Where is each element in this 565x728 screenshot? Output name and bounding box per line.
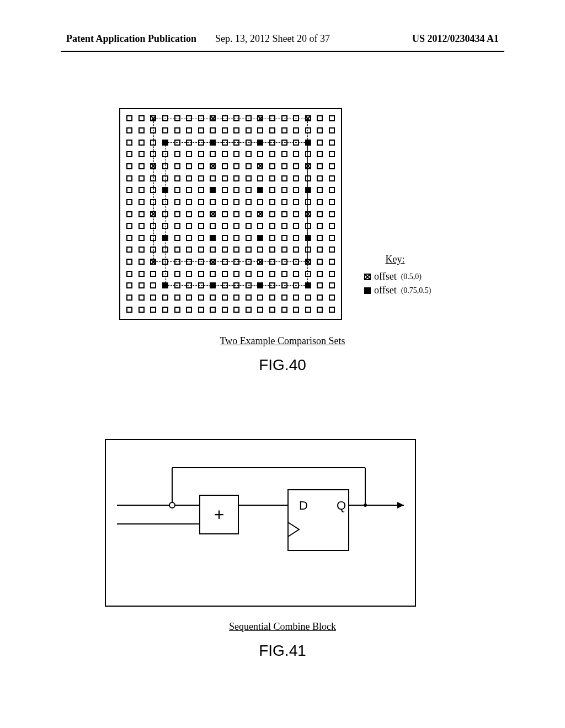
grid-cell	[186, 307, 192, 313]
fig40-key-title: Key:	[379, 254, 412, 265]
fig40-label: FIG.40	[0, 356, 565, 374]
grid-cell	[138, 163, 145, 169]
key-symbol-xmark-icon	[364, 274, 371, 280]
grid-cell	[138, 211, 145, 217]
grid-cell	[246, 307, 252, 313]
grid-cell	[126, 259, 132, 265]
arrow-out-icon	[397, 502, 404, 508]
grid-cell	[198, 295, 204, 301]
grid-cell	[126, 223, 132, 229]
grid-cell	[317, 295, 323, 301]
grid-cell	[138, 151, 145, 157]
grid-cell	[329, 259, 335, 265]
key-label: offset	[374, 285, 397, 296]
grid-cell	[138, 247, 145, 253]
grid-cell	[329, 175, 335, 181]
grid-cell	[257, 307, 263, 313]
grid-cell	[317, 235, 323, 241]
grid-cell	[317, 223, 323, 229]
key-symbol-filled-icon	[364, 287, 371, 294]
grid-cell	[126, 235, 132, 241]
grid-cell	[329, 235, 335, 241]
header-right: US 2012/0230434 A1	[412, 33, 499, 45]
grid-cell	[186, 295, 192, 301]
grid-cell	[174, 307, 180, 313]
fig41-caption: Sequential Combine Block	[0, 621, 565, 633]
grid-cell	[329, 211, 335, 217]
grid-cell	[126, 295, 132, 301]
grid-cell	[138, 295, 145, 301]
grid-cell	[329, 307, 335, 313]
grid-cell	[126, 271, 132, 277]
grid-cell	[329, 223, 335, 229]
grid-cell	[305, 307, 311, 313]
grid-cell	[126, 175, 132, 181]
grid-cell	[210, 295, 216, 301]
grid-cell	[162, 307, 168, 313]
grid-cell	[162, 295, 168, 301]
fig40-grid	[124, 113, 338, 315]
grid-cell	[329, 199, 335, 205]
grid-cell	[150, 295, 156, 301]
grid-cell	[329, 282, 335, 288]
grid-cell	[293, 307, 299, 313]
grid-cell	[317, 282, 323, 288]
grid-cell	[138, 282, 145, 288]
grid-cell	[293, 295, 299, 301]
key-label: offset	[374, 271, 397, 282]
grid-cell	[150, 282, 156, 288]
grid-cell	[138, 115, 145, 121]
grid-dashed-rect	[165, 142, 308, 286]
grid-cell	[329, 295, 335, 301]
grid-cell	[222, 307, 228, 313]
grid-cell	[329, 115, 335, 121]
key-sub: (0.5,0)	[401, 272, 422, 281]
grid-cell	[150, 307, 156, 313]
grid-cell	[269, 307, 275, 313]
grid-cell	[329, 247, 335, 253]
fig41-svg: + D Q	[106, 440, 415, 606]
grid-cell	[317, 307, 323, 313]
fig40-key-row: offset(0.75,0.5)	[364, 285, 431, 296]
grid-cell	[138, 223, 145, 229]
grid-cell	[138, 187, 145, 193]
grid-cell	[233, 307, 239, 313]
grid-cell	[126, 199, 132, 205]
grid-cell	[329, 151, 335, 157]
grid-cell	[317, 163, 323, 169]
grid-cell	[329, 163, 335, 169]
grid-cell	[317, 151, 323, 157]
grid-cell	[317, 175, 323, 181]
fig40-key: Key: offset(0.5,0)offset(0.75,0.5)	[364, 254, 431, 298]
grid-cell	[269, 295, 275, 301]
grid-cell	[138, 235, 145, 241]
grid-cell	[281, 307, 287, 313]
grid-cell	[126, 140, 132, 146]
grid-cell	[317, 115, 323, 121]
grid-cell	[317, 140, 323, 146]
grid-cell	[138, 175, 145, 181]
grid-cell	[329, 187, 335, 193]
grid-cell	[150, 271, 156, 277]
grid-cell	[233, 295, 239, 301]
grid-cell	[329, 271, 335, 277]
header-left: Patent Application Publication	[66, 33, 196, 45]
grid-cell	[126, 211, 132, 217]
grid-cell	[257, 295, 263, 301]
grid-cell	[126, 307, 132, 313]
grid-cell	[126, 151, 132, 157]
grid-cell	[317, 211, 323, 217]
page: Patent Application Publication Sep. 13, …	[0, 0, 565, 728]
key-sub: (0.75,0.5)	[401, 286, 431, 295]
grid-cell	[317, 187, 323, 193]
header-center: Sep. 13, 2012 Sheet 20 of 37	[215, 33, 330, 45]
fig40-grid-box	[119, 108, 342, 320]
grid-cell	[317, 259, 323, 265]
grid-cell	[126, 163, 132, 169]
grid-cell	[138, 140, 145, 146]
grid-cell	[317, 247, 323, 253]
grid-cell	[126, 127, 132, 133]
grid-cell	[138, 259, 145, 265]
grid-cell	[174, 295, 180, 301]
grid-cell	[246, 295, 252, 301]
